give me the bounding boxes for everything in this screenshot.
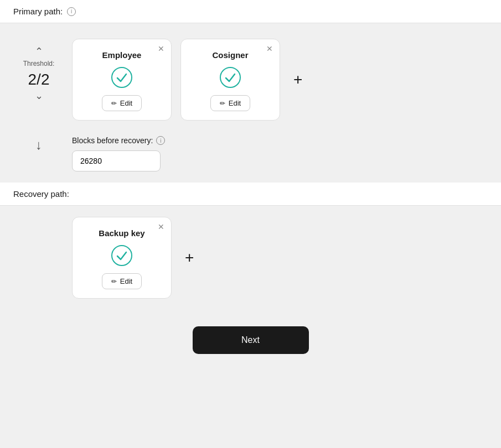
employee-edit-pencil-icon: ✏	[111, 100, 117, 107]
employee-edit-label: Edit	[120, 99, 132, 107]
primary-cards-row: ✕ Employee ✏ Edit ✕ Cosigner ✏ Edit	[72, 39, 307, 121]
recovery-path-area: ✕ Backup key ✏ Edit +	[0, 206, 501, 310]
blocks-info-icon[interactable]: i	[156, 136, 165, 145]
blocks-before-recovery-label: Blocks before recovery:	[72, 136, 153, 145]
backup-key-card: ✕ Backup key ✏ Edit	[72, 217, 172, 299]
backup-key-check-icon	[111, 244, 133, 267]
blocks-before-recovery-input[interactable]	[72, 150, 161, 171]
threshold-decrease-button[interactable]: ⌄	[32, 90, 47, 102]
cosigner-check-icon	[219, 66, 241, 88]
employee-card-close-button[interactable]: ✕	[158, 45, 164, 53]
threshold-label: Threshold:	[23, 60, 55, 67]
cosigner-card-title: Cosigner	[212, 50, 248, 60]
down-arrow-col: ↓	[17, 132, 61, 153]
next-button[interactable]: Next	[193, 326, 309, 354]
cosigner-edit-button[interactable]: ✏ Edit	[210, 95, 250, 111]
employee-card: ✕ Employee ✏ Edit	[72, 39, 172, 121]
backup-key-card-title: Backup key	[99, 228, 144, 238]
primary-path-header: Primary path: i	[0, 0, 501, 23]
blocks-before-recovery-label-row: Blocks before recovery: i	[72, 136, 165, 145]
employee-card-title: Employee	[102, 50, 142, 60]
cosigner-card: ✕ Cosigner ✏ Edit	[180, 39, 280, 121]
svg-point-2	[112, 246, 132, 265]
employee-check-icon	[111, 66, 133, 88]
next-button-area: Next	[0, 310, 501, 371]
backup-key-edit-pencil-icon: ✏	[111, 278, 117, 285]
recovery-path-header: Recovery path:	[0, 183, 501, 206]
down-arrow-icon: ↓	[35, 137, 42, 153]
primary-path-label: Primary path:	[13, 7, 63, 16]
blocks-before-recovery-area: Blocks before recovery: i	[72, 132, 165, 171]
primary-path-info-icon[interactable]: i	[67, 7, 76, 16]
threshold-control: ⌃ Threshold: 2/2 ⌄	[17, 34, 61, 102]
employee-edit-button[interactable]: ✏ Edit	[102, 95, 142, 111]
threshold-value: 2/2	[28, 72, 50, 87]
cosigner-card-close-button[interactable]: ✕	[266, 45, 273, 53]
backup-key-card-close-button[interactable]: ✕	[158, 223, 164, 231]
backup-key-edit-label: Edit	[120, 277, 132, 285]
backup-key-edit-button[interactable]: ✏ Edit	[102, 273, 142, 289]
svg-point-0	[112, 67, 132, 87]
svg-point-1	[220, 67, 240, 87]
cosigner-edit-label: Edit	[229, 99, 241, 107]
primary-add-signer-button[interactable]: +	[289, 66, 307, 93]
recovery-path-label: Recovery path:	[13, 189, 69, 199]
cosigner-edit-pencil-icon: ✏	[220, 100, 225, 107]
primary-path-area: ⌃ Threshold: 2/2 ⌄ ✕ Employee ✏ Edit ✕ C…	[0, 23, 501, 132]
arrow-recovery-row: ↓ Blocks before recovery: i	[0, 132, 501, 183]
threshold-increase-button[interactable]: ⌃	[32, 45, 47, 58]
recovery-add-signer-button[interactable]: +	[180, 244, 198, 271]
recovery-cards-offset: ✕ Backup key ✏ Edit +	[72, 217, 198, 299]
